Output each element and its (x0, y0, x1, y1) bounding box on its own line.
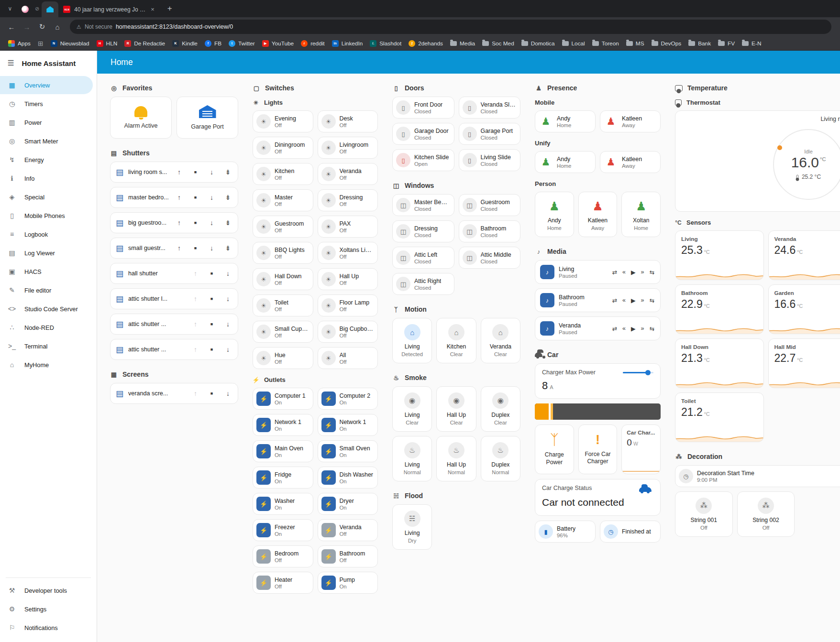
tile-katleen[interactable]: ♟KatleenAway (600, 151, 661, 173)
tile-fridge[interactable]: ⚡FridgeOn (253, 467, 313, 489)
sidebar-item-studio-code-server[interactable]: <>Studio Code Server (0, 300, 93, 318)
sensor-card-hall-up[interactable]: ♨Hall UpNormal (436, 436, 476, 481)
address-bar[interactable]: ⚠ Not secure homeassistant2:8123/dashboa… (70, 20, 831, 34)
tile-bbq-lights[interactable]: ☀BBQ LightsOff (253, 242, 313, 264)
media-play-button[interactable]: ▶ (631, 269, 636, 276)
sensor-card-andy[interactable]: ♟AndyHome (535, 192, 574, 237)
tile-floor-lamp[interactable]: ☀Floor LampOff (318, 294, 378, 316)
tile-front-door[interactable]: ▯Front DoorClosed (392, 97, 454, 119)
tile-pax[interactable]: ☀PAXOff (318, 216, 378, 238)
new-tab-button[interactable]: + (164, 3, 176, 14)
cover-hall-shutter[interactable]: ▤hall shutter↑■↓ (110, 263, 238, 284)
tile-livingroom[interactable]: ☀LivingroomOff (318, 137, 378, 159)
bookmark-kindle[interactable]: KKindle (169, 39, 201, 48)
bookmark-de-redactie[interactable]: RDe Redactie (121, 39, 168, 48)
tile-veranda[interactable]: ⚡VerandaOff (318, 519, 378, 541)
media-shuffle-button[interactable]: ⇆ (650, 269, 654, 276)
tile-heater[interactable]: ⚡HeaterOff (253, 572, 313, 594)
cover-up-button[interactable]: ↑ (171, 215, 187, 231)
bookmark-fv[interactable]: FV (715, 39, 738, 48)
sidebar-item-timers[interactable]: ◷Timers (0, 95, 93, 113)
cover-down-button[interactable]: ↓ (220, 342, 236, 358)
sensor-card-string-001[interactable]: ⁂String 001Off (675, 491, 733, 537)
browser-home-button[interactable]: ⌂ (51, 20, 64, 33)
bookmark-slashdot[interactable]: /.Slashdot (366, 39, 405, 48)
sidebar-item-file-editor[interactable]: ✎File editor (0, 281, 93, 299)
tile-garage-door[interactable]: ▯Garage DoorClosed (392, 123, 454, 145)
tile-small-cupbo[interactable]: ☀Small Cupbo...Off (253, 321, 313, 343)
bookmark-devops[interactable]: DevOps (648, 39, 685, 48)
cover-up-button[interactable]: ↑ (188, 291, 203, 307)
sensor-garden[interactable]: Garden16.6°C (768, 284, 840, 334)
forward-button[interactable]: → (20, 20, 33, 33)
cover-living-room-s[interactable]: ▤living room s...↑■↓⇟ (110, 162, 238, 183)
media-swap-button[interactable]: ⇄ (612, 269, 617, 276)
sidebar-item-node-red[interactable]: ∴Node-RED (0, 318, 93, 337)
button-charge-power[interactable]: ᛉCharge Power (535, 424, 574, 474)
tile-main-oven[interactable]: ⚡Main OvenOn (253, 440, 313, 462)
cover-down-button[interactable]: ↓ (220, 266, 236, 282)
tile-dressing[interactable]: ◫DressingClosed (392, 220, 454, 242)
sidebar-item-info[interactable]: ℹInfo (0, 169, 93, 187)
cover-down-button[interactable]: ↓ (204, 215, 220, 231)
cover-up-button[interactable]: ↑ (188, 342, 203, 358)
tile-battery[interactable]: ▮Battery96% (535, 521, 596, 543)
tile-evening[interactable]: ☀EveningOff (253, 110, 313, 132)
tile-big-cupboard[interactable]: ☀Big CupboardOff (318, 321, 378, 343)
cover-stop-button[interactable]: ■ (204, 342, 220, 358)
tile-decoration-start-time[interactable]: ◷Decoration Start Time9:00 PM (675, 465, 840, 487)
sidebar-item-developer-tools[interactable]: ⚒Developer tools (0, 581, 93, 599)
tile-kitchen-slide[interactable]: ▯Kitchen SlideOpen (392, 149, 454, 171)
cover-down-button[interactable]: ↓ (204, 240, 220, 256)
sidebar-item-terminal[interactable]: >_Terminal (0, 337, 93, 355)
tile-computer-1[interactable]: ⚡Computer 1On (253, 388, 313, 410)
tile-network-1[interactable]: ⚡Network 1On (253, 414, 313, 436)
bookmark-nieuwsblad[interactable]: NNieuwsblad (47, 39, 93, 48)
button-force-car-charger[interactable]: !Force Car Charger (578, 424, 618, 474)
cover-tilt-button[interactable]: ⇟ (220, 240, 236, 256)
media-play-button[interactable]: ▶ (631, 297, 636, 304)
charger-max-power-slider[interactable] (623, 372, 653, 373)
tile-guestroom[interactable]: ◫GuestroomClosed (459, 194, 521, 216)
sidebar-item-notifications[interactable]: ⚐Notifications (0, 619, 93, 637)
media-previous-button[interactable]: « (622, 325, 626, 332)
favorite-alarm-active[interactable]: Alarm Active (110, 97, 172, 139)
sensor-hall-mid[interactable]: Hall Mid22.7°C (768, 338, 840, 388)
tile-desk[interactable]: ☀DeskOff (318, 110, 378, 132)
tile-pump[interactable]: ⚡PumpOn (318, 572, 378, 594)
tile-attic-right[interactable]: ◫Attic RightClosed (392, 273, 454, 295)
sensor-card-living[interactable]: ⌂LivingDetected (392, 318, 432, 363)
tab-close-icon[interactable]: × (150, 6, 155, 13)
tile-hall-up[interactable]: ☀Hall UpOff (318, 268, 378, 290)
sensor-card-living[interactable]: ◉LivingClear (392, 386, 432, 432)
back-button[interactable]: ← (5, 20, 18, 33)
tile-master-bedro[interactable]: ◫Master Bedro...Closed (392, 194, 454, 216)
cover-up-button[interactable]: ↑ (188, 266, 203, 282)
tile-dish-washer[interactable]: ⚡Dish WasherOn (318, 467, 378, 489)
sidebar-item-power[interactable]: ▥Power (0, 113, 93, 131)
bookmark-soc-med[interactable]: Soc Med (479, 39, 518, 48)
sensor-hall-down[interactable]: Hall Down21.3°C (675, 338, 764, 388)
bookmark-reddit[interactable]: rreddit (298, 39, 328, 48)
sensor-card-veranda[interactable]: ⌂VerandaClear (481, 318, 520, 363)
sidebar-item-logbook[interactable]: ≡Logbook (0, 225, 93, 243)
sensor-bathroom[interactable]: Bathroom22.9°C (675, 284, 764, 334)
cover-up-button[interactable]: ↑ (188, 386, 203, 402)
cover-stop-button[interactable]: ■ (204, 266, 220, 282)
tile-washer[interactable]: ⚡WasherOn (253, 493, 313, 515)
media-play-button[interactable]: ▶ (631, 325, 636, 332)
bookmark-item[interactable]: ⊞ (34, 38, 47, 49)
tile-andy[interactable]: ♟AndyHome (535, 110, 596, 132)
sensor-card-xoltan[interactable]: ♟XoltanHome (621, 192, 661, 237)
sensor-card-living[interactable]: ☵LivingDry (392, 504, 432, 550)
tile-andy[interactable]: ♟AndyHome (535, 151, 596, 173)
tab-home-assistant[interactable] (42, 1, 58, 17)
bookmark-apps[interactable]: Apps (5, 39, 34, 48)
sidebar-item-myhome[interactable]: ⌂MyHome (0, 356, 93, 374)
bookmark-toreon[interactable]: Toreon (589, 39, 622, 48)
bookmark-e-n[interactable]: E-N (739, 39, 764, 48)
sidebar-item-mobile-phones[interactable]: ▯Mobile Phones (0, 207, 93, 225)
tile-dressing[interactable]: ☀DressingOff (318, 189, 378, 211)
tile-garage-port[interactable]: ▯Garage PortClosed (459, 123, 521, 145)
tile-dryer[interactable]: ⚡DryerOn (318, 493, 378, 515)
